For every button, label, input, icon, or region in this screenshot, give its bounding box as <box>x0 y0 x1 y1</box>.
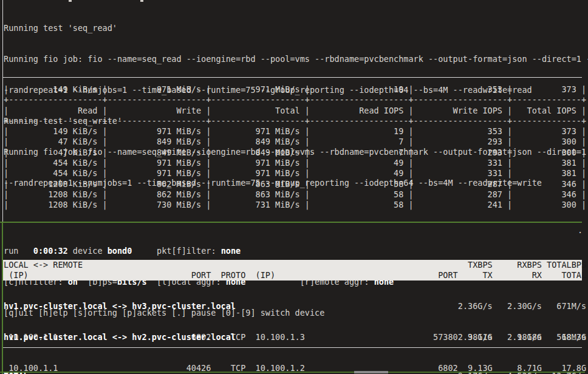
trafshow-run-line: run 0:00:32 device bond0 pkt[f]ilter: no… <box>4 246 394 256</box>
connection-host-row: hv1.pvc-cluster.local <-> hv2.pvc-cluste… <box>4 332 586 342</box>
io-stats-table: | 149 KiB/s | 971 MiB/s | 971 MiB/s | 19… <box>4 84 586 211</box>
pane-border-left-green <box>2 222 3 374</box>
bold-text-segment: none <box>221 246 241 256</box>
text-segment: run <box>4 246 33 256</box>
clipped-text-artifact <box>140 0 143 2</box>
table-row: | 47 KiB/s | 849 MiB/s | 849 MiB/s | 7 |… <box>4 137 586 147</box>
bottom-border-green <box>0 372 585 373</box>
text-segment: device <box>68 246 108 256</box>
table-row: | 454 KiB/s | 971 MiB/s | 971 MiB/s | 49… <box>4 168 586 178</box>
bold-text-segment: hv1.pvc-cluster.local <-> hv3.pvc-cluste… <box>4 301 236 311</box>
table-separator: +-------------------+-------------------… <box>4 95 586 105</box>
table-row: | 149 KiB/s | 971 MiB/s | 971 MiB/s | 19… <box>4 126 586 137</box>
section-separator-white <box>3 77 582 78</box>
bold-text-segment: hv1.pvc-cluster.local <-> hv2.pvc-cluste… <box>4 332 236 342</box>
trafshow-header-line1: LOCAL <-> REMOTE TXBPS RXBPS TOTALBPS <box>3 260 582 270</box>
terminal[interactable]: Running test 'seq_read' Running fio job:… <box>0 0 588 374</box>
scrollbar-thumb[interactable] <box>354 371 388 373</box>
table-separator: +-------------------+-------------------… <box>4 116 586 126</box>
terminal-line: Running fio job: fio --name=seq_read --i… <box>4 54 588 64</box>
table-header-row: | Read | Write | Total | Read IOPS | Wri… <box>4 106 586 116</box>
pane-separator-green <box>0 222 582 223</box>
table-row: | 1208 KiB/s | 730 MiB/s | 731 MiB/s | 5… <box>4 200 586 210</box>
trafshow-header-bar: LOCAL <-> REMOTE TXBPS RXBPS TOTALBPS (I… <box>3 260 582 280</box>
total-separator-line <box>3 347 582 348</box>
terminal-line: Running test 'seq_read' <box>4 23 588 33</box>
bold-text-segment: bond0 <box>108 246 132 256</box>
spinner-dot: . <box>578 225 583 236</box>
table-row: | 1208 KiB/s | 862 MiB/s | 863 MiB/s | 5… <box>4 189 586 200</box>
clipped-text-artifact <box>69 0 72 2</box>
text-segment: pkt[f]ilter: <box>132 246 220 256</box>
pane-border-left-white <box>2 0 3 222</box>
connection-host-row: hv1.pvc-cluster.local <-> hv3.pvc-cluste… <box>4 301 586 311</box>
table-current-row: | 149 KiB/s | 971 MiB/s | 971 MiB/s | 19… <box>4 84 586 95</box>
text-segment: 2.38G/s 2.18G/s 568M/s <box>236 332 586 342</box>
table-row: | 47 KiB/s | 849 MiB/s | 849 MiB/s | 7 |… <box>4 148 586 158</box>
trafshow-header-line2: (IP) PORT PROTO (IP) PORT TX RX TOTAL <box>3 270 582 280</box>
bold-text-segment: 0:00:32 <box>33 246 68 256</box>
table-row: | 1208 KiB/s | 862 MiB/s | 863 MiB/s | 5… <box>4 179 586 189</box>
trafshow-total-section: TOTAL 9.17G/s 4.53G/s 13.7G/s <box>4 350 586 374</box>
table-row: | 454 KiB/s | 971 MiB/s | 971 MiB/s | 49… <box>4 158 586 168</box>
text-segment: 2.36G/s 2.30G/s 671M/s <box>236 301 586 311</box>
